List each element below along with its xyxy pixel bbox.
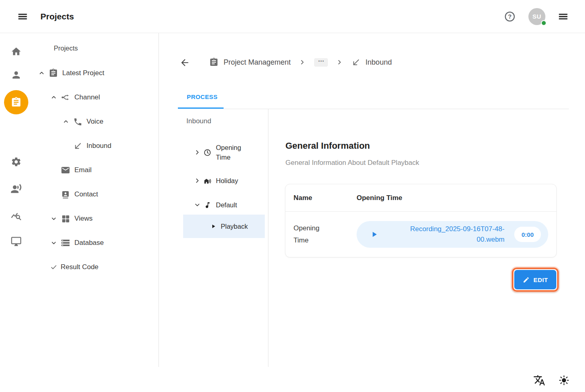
panel-item-default[interactable]: Default: [178, 193, 268, 217]
tab-active-underline: [178, 107, 224, 109]
tree-item-label: Result Code: [61, 263, 99, 271]
tree-item-label: Views: [74, 215, 93, 223]
svg-text:?: ?: [508, 13, 512, 19]
panel-item-label: Holiday: [216, 176, 238, 185]
home-icon[interactable]: [11, 46, 22, 57]
section-title: General Information: [285, 141, 370, 151]
tree-item-result-code[interactable]: Result Code: [32, 255, 158, 279]
chevron-right-icon: [337, 59, 342, 65]
phone-icon: [73, 117, 82, 126]
breadcrumb-project-management[interactable]: Project Management: [209, 57, 291, 67]
table-header: Name Opening Time: [285, 184, 556, 212]
clipboard-icon: [209, 57, 219, 67]
tree-item-label: Voice: [87, 118, 103, 126]
tree-item-label: Contact: [74, 190, 98, 198]
topbar: Projects ? SU: [0, 0, 585, 33]
breadcrumb-ellipsis[interactable]: ⋯: [314, 58, 328, 67]
edit-button-label: EDIT: [534, 276, 548, 283]
sidebar-header: Projects: [54, 44, 78, 52]
chevron-right-icon: [300, 59, 305, 65]
general-info-card: Name Opening Time Opening Time Recording…: [285, 184, 557, 257]
analytics-icon[interactable]: [11, 211, 22, 222]
tree-item-channel[interactable]: Channel: [32, 85, 158, 110]
breadcrumb-label: Inbound: [365, 58, 392, 67]
tree-item-latest-project[interactable]: Latest Project: [32, 61, 158, 85]
tree-item-contact[interactable]: Contact: [32, 182, 158, 207]
project-tree-sidebar: Projects Latest Project: [32, 33, 159, 367]
voice-agent-icon[interactable]: [11, 183, 22, 194]
menu-right-icon[interactable]: [558, 11, 569, 22]
project-tree: Latest Project Channel: [32, 61, 158, 279]
chevron-right-icon: [194, 150, 200, 155]
panel-item-label: Opening Time: [216, 143, 244, 162]
chevron-up-icon: [50, 94, 57, 101]
audio-player: Recording_2025-09-16T07-48-00.webm 0:00: [357, 221, 548, 248]
cell-name: Opening Time: [294, 222, 357, 247]
play-button-icon[interactable]: [370, 230, 378, 238]
tree-item-database[interactable]: Database: [32, 231, 158, 255]
tree-item-email[interactable]: Email: [32, 158, 158, 182]
split-icon: [61, 93, 70, 102]
music-note-icon: [203, 201, 211, 209]
user-icon[interactable]: [11, 70, 22, 80]
contact-card-icon: [61, 190, 70, 199]
edit-button-highlight-ring: EDIT: [512, 268, 559, 292]
inbound-arrow-icon: [73, 141, 82, 151]
duration-badge: 0:00: [514, 227, 541, 242]
page: Projects ? SU: [0, 0, 585, 392]
page-footer-tools: [533, 374, 570, 386]
check-icon: [50, 263, 57, 271]
avatar[interactable]: SU: [528, 8, 545, 25]
translate-icon[interactable]: [533, 374, 545, 386]
breadcrumb-inbound[interactable]: Inbound: [351, 58, 392, 67]
help-icon[interactable]: ?: [504, 11, 515, 22]
online-status-dot: [541, 20, 547, 26]
chevron-down-icon: [194, 202, 200, 208]
projects-active-icon[interactable]: [4, 90, 28, 114]
storage-icon: [61, 238, 70, 248]
chevron-right-icon: [194, 178, 200, 183]
tree-item-label: Inbound: [87, 142, 111, 150]
section-subtitle: General Information About Default Playba…: [285, 159, 419, 167]
tree-item-views[interactable]: Views: [32, 207, 158, 231]
page-title: Projects: [40, 12, 74, 21]
panel-header: Inbound: [186, 117, 211, 125]
chevron-down-icon: [50, 215, 57, 222]
menu-icon[interactable]: [17, 11, 28, 22]
column-header-opening-time: Opening Time: [357, 194, 402, 202]
play-icon: [211, 223, 216, 230]
tab-process[interactable]: PROCESS: [187, 93, 218, 100]
back-arrow-icon[interactable]: [180, 57, 190, 68]
icon-rail: [0, 33, 32, 367]
monitor-icon[interactable]: [11, 236, 22, 247]
tree-item-label: Database: [74, 239, 104, 247]
chevron-up-icon: [38, 70, 45, 76]
panel-item-holiday[interactable]: Holiday: [178, 169, 268, 193]
tab-divider: [224, 109, 569, 109]
panel-item-label: Playback: [221, 221, 248, 231]
column-header-name: Name: [294, 194, 357, 202]
recording-filename: Recording_2025-09-16T07-48-00.webm: [383, 224, 505, 245]
brightness-icon[interactable]: [558, 375, 570, 386]
tree-item-label: Latest Project: [62, 69, 104, 77]
tree-item-label: Email: [74, 166, 92, 174]
inbound-arrow-icon: [351, 58, 361, 67]
settings-gear-icon[interactable]: [11, 156, 22, 167]
tree-item-label: Channel: [74, 93, 100, 101]
panel-item-label: Default: [216, 200, 237, 210]
tree-item-inbound[interactable]: Inbound: [32, 134, 158, 158]
panel-item-playback[interactable]: Playback: [183, 215, 265, 238]
panel-item-opening-time[interactable]: Opening Time: [178, 139, 268, 165]
table-row: Opening Time Recording_2025-09-16T07-48-…: [285, 212, 556, 257]
edit-button[interactable]: EDIT: [514, 270, 556, 289]
tree-item-voice[interactable]: Voice: [32, 110, 158, 134]
topbar-actions: ? SU: [504, 8, 569, 25]
process-panel: Inbound Opening Time: [178, 109, 268, 367]
breadcrumb-label: Project Management: [224, 58, 291, 67]
clock-icon: [203, 148, 211, 157]
pencil-icon: [523, 276, 530, 283]
breadcrumb: Project Management ⋯ Inbound: [209, 56, 392, 68]
chevron-down-icon: [50, 240, 57, 246]
email-icon: [61, 165, 70, 175]
chevron-up-icon: [62, 118, 70, 125]
